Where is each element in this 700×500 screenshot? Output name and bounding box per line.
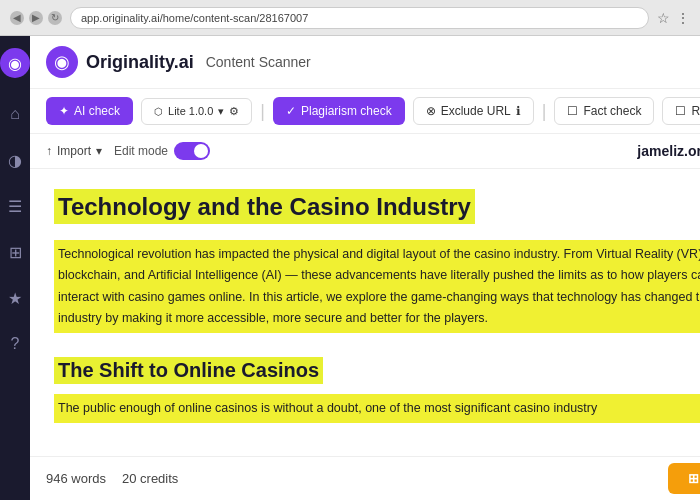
toolbar: ✦ AI check ⬡ Lite 1.0.0 ▾ ⚙ | ✓ Plagiari…: [30, 89, 700, 134]
browser-controls: ◀ ▶ ↻: [10, 11, 62, 25]
sidebar-item-star[interactable]: ★: [1, 284, 29, 312]
sidebar-item-grid[interactable]: ⊞: [1, 238, 29, 266]
content-area: Technology and the Casino Industry Techn…: [30, 169, 700, 456]
separator-1: |: [260, 101, 265, 122]
ai-check-icon: ✦: [59, 104, 69, 118]
import-button[interactable]: ↑ Import ▾: [46, 144, 102, 158]
exclude-url-button[interactable]: ⊗ Exclude URL ℹ: [413, 97, 534, 125]
import-dropdown-icon: ▾: [96, 144, 102, 158]
readable-button[interactable]: ☐ Readab...: [662, 97, 700, 125]
app-title: Content Scanner: [206, 54, 311, 70]
browser-bar: ◀ ▶ ↻ app.originality.ai/home/content-sc…: [0, 0, 700, 36]
dropdown-icon: ▾: [218, 105, 224, 118]
sidebar-item-home[interactable]: ⌂: [1, 100, 29, 128]
brand-name: Originality.ai: [86, 52, 194, 73]
edit-mode-toggle[interactable]: Edit mode: [114, 142, 210, 160]
readable-icon: ☐: [675, 104, 686, 118]
site-url: jameliz.org: [637, 143, 700, 159]
url-text: app.originality.ai/home/content-scan/281…: [81, 12, 308, 24]
sidebar-item-scan[interactable]: ◑: [1, 146, 29, 174]
address-bar[interactable]: app.originality.ai/home/content-scan/281…: [70, 7, 649, 29]
plagiarism-check-button[interactable]: ✓ Plagiarism check: [273, 97, 405, 125]
article-body: Technological revolution has impacted th…: [54, 240, 700, 333]
fact-check-button[interactable]: ☐ Fact check: [554, 97, 654, 125]
lite-icon: ⬡: [154, 106, 163, 117]
sidebar-item-help[interactable]: ?: [1, 330, 29, 358]
scan-icon: ⊞: [688, 471, 699, 486]
header: ◉ Originality.ai Content Scanner: [30, 36, 700, 89]
browser-icons: ☆ ⋮: [657, 10, 690, 26]
ai-check-button[interactable]: ✦ AI check: [46, 97, 133, 125]
article-title: Technology and the Casino Industry: [54, 189, 700, 240]
refresh-button[interactable]: ↻: [48, 11, 62, 25]
section1-body: The public enough of online casinos is w…: [54, 394, 700, 423]
lite-version-button[interactable]: ⬡ Lite 1.0.0 ▾ ⚙: [141, 98, 252, 125]
main-content: ◉ Originality.ai Content Scanner ✦ AI ch…: [30, 36, 700, 500]
import-icon: ↑: [46, 144, 52, 158]
star-icon[interactable]: ☆: [657, 10, 670, 26]
exclude-icon: ⊗: [426, 104, 436, 118]
info-icon: ℹ: [516, 104, 521, 118]
sidebar-item-document[interactable]: ☰: [1, 192, 29, 220]
forward-button[interactable]: ▶: [29, 11, 43, 25]
app-logo: ◉: [46, 46, 78, 78]
credits: 20 credits: [122, 471, 178, 486]
sidebar-logo: ◉: [0, 48, 30, 78]
bottom-bar: 946 words 20 credits ⊞ Scan: [30, 456, 700, 500]
fact-check-icon: ☐: [567, 104, 578, 118]
word-count: 946 words: [46, 471, 106, 486]
scan-button[interactable]: ⊞ Scan: [668, 463, 700, 494]
sub-toolbar: ↑ Import ▾ Edit mode jameliz.org 🗑 ⧉: [30, 134, 700, 169]
logo-area: ◉ Originality.ai: [46, 46, 194, 78]
section1-title: The Shift to Online Casinos: [54, 357, 700, 394]
back-button[interactable]: ◀: [10, 11, 24, 25]
app-container: ◉ ⌂ ◑ ☰ ⊞ ★ ? ◉ Originality.ai Content S…: [0, 36, 700, 500]
toggle-switch[interactable]: [174, 142, 210, 160]
sidebar: ◉ ⌂ ◑ ☰ ⊞ ★ ?: [0, 36, 30, 500]
menu-icon[interactable]: ⋮: [676, 10, 690, 26]
settings-icon: ⚙: [229, 105, 239, 118]
separator-2: |: [542, 101, 547, 122]
plagiarism-icon: ✓: [286, 104, 296, 118]
